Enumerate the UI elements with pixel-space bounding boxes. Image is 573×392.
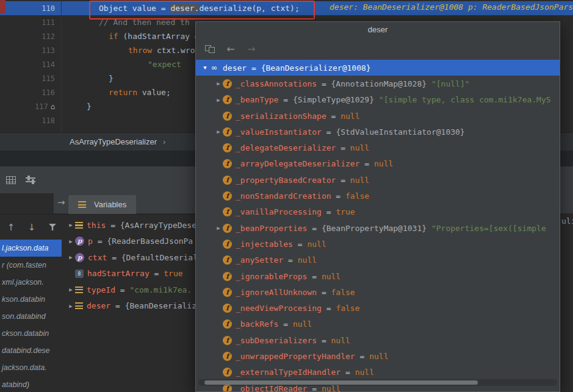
- field-icon: f: [223, 319, 232, 329]
- field-icon: f: [223, 207, 232, 216]
- value-token: null: [322, 272, 341, 281]
- gutter[interactable]: 116: [0, 88, 61, 97]
- gutter[interactable]: 117⌂: [0, 102, 61, 111]
- variable-p[interactable]: ▶pp = {ReaderBasedJsonPa: [62, 233, 195, 250]
- gutter[interactable]: 118: [0, 116, 61, 125]
- tree-item-_subDeserializers[interactable]: f_subDeserializers = null: [196, 332, 560, 348]
- value-token: null: [350, 143, 369, 152]
- tree-item-_needViewProcesing[interactable]: f_needViewProcesing = false: [196, 300, 560, 316]
- chevron-collapsed-icon[interactable]: ▶: [67, 303, 75, 309]
- variables-icon: [78, 201, 86, 208]
- value-token: =: [336, 143, 350, 152]
- variable-hadStartArray[interactable]: 8hadStartArray = true: [62, 266, 195, 282]
- chevron-collapsed-icon[interactable]: ▶: [214, 129, 223, 135]
- gutter[interactable]: 111: [0, 18, 61, 27]
- filter-icon[interactable]: [48, 223, 57, 232]
- tree-item-_unwrappedPropertyHandler[interactable]: f_unwrappedPropertyHandler = null: [196, 348, 560, 364]
- tree-item-_ignoreAllUnknown[interactable]: f_ignoreAllUnknown = false: [196, 284, 560, 300]
- sliders-icon[interactable]: [26, 176, 35, 184]
- code-text: }: [61, 74, 114, 83]
- stack-frame[interactable]: r (com.fasten: [0, 257, 62, 274]
- tree-item-_serializationShape[interactable]: f_serializationShape = null: [196, 108, 560, 124]
- stack-frame[interactable]: ckson.databin: [0, 325, 62, 342]
- tree-item-_backRefs[interactable]: f_backRefs = null: [196, 316, 560, 332]
- line-number[interactable]: 112: [41, 32, 55, 41]
- tab-variables[interactable]: Variables: [68, 195, 136, 214]
- frames-panel: l.jackson.datar (com.fastenxml.jackson.k…: [0, 214, 62, 392]
- tree-item-_nonStandardCreation[interactable]: f_nonStandardCreation = false: [196, 188, 560, 204]
- value-token: value;: [142, 88, 171, 97]
- tree-item-_beanType[interactable]: ▶f_beanType = {SimpleType@1029} "[simple…: [196, 92, 560, 108]
- variable-this[interactable]: ▶this = {AsArrayTypeDese: [62, 217, 195, 233]
- chevron-collapsed-icon[interactable]: ▶: [67, 222, 75, 228]
- frames-toolbar: [0, 215, 62, 240]
- gutter[interactable]: 114: [0, 60, 61, 69]
- chevron-collapsed-icon[interactable]: ▶: [67, 254, 75, 260]
- horizontal-scrollbar[interactable]: [198, 379, 557, 386]
- stack-frame[interactable]: databind.dese: [0, 342, 62, 359]
- tree-item-_vanillaProcessing[interactable]: f_vanillaProcessing = true: [196, 204, 560, 220]
- line-number[interactable]: 115: [41, 74, 55, 83]
- grid-icon[interactable]: [6, 176, 16, 184]
- breadcrumb-item[interactable]: AsArrayTypeDeserializer: [70, 137, 157, 146]
- field-icon: f: [223, 224, 232, 233]
- value-token: {SimpleType@1029}: [293, 95, 374, 104]
- line-number[interactable]: 118: [41, 116, 55, 125]
- chevron-collapsed-icon[interactable]: ▶: [214, 97, 223, 103]
- scrollbar-thumb[interactable]: [204, 380, 478, 385]
- tree-item-_classAnnotations[interactable]: ▶f_classAnnotations = {AnnotationMap@102…: [196, 76, 560, 91]
- line-number[interactable]: 116: [41, 88, 55, 97]
- tree-item-_propertyBasedCreator[interactable]: f_propertyBasedCreator = null: [196, 172, 560, 188]
- variable-name: _nonStandardCreation: [236, 191, 331, 201]
- frames-icon[interactable]: [205, 45, 215, 53]
- red-marker: [0, 0, 5, 13]
- line-number[interactable]: 111: [41, 18, 55, 27]
- tree-item-_ignorableProps[interactable]: f_ignorableProps = null: [196, 268, 560, 284]
- gutter[interactable]: 115: [0, 74, 61, 83]
- chevron-collapsed-icon[interactable]: ▶: [67, 287, 75, 293]
- tree-item-_injectables[interactable]: f_injectables = null: [196, 236, 560, 252]
- arrow-down-icon[interactable]: [27, 223, 37, 232]
- home-icon[interactable]: ⌂: [51, 102, 55, 111]
- tree-item-deser[interactable]: ▼∞deser = {BeanDeserializer@1008}: [196, 60, 560, 76]
- popup-title[interactable]: deser: [196, 22, 560, 38]
- line-number[interactable]: 114: [41, 60, 55, 69]
- tree-item-_externalTypeIdHandler[interactable]: f_externalTypeIdHandler = null: [196, 365, 560, 380]
- chevron-right-icon: ›: [163, 137, 165, 146]
- gutter[interactable]: 112: [0, 32, 61, 41]
- line-number[interactable]: 110: [41, 4, 55, 13]
- code-text: if (hadStartArray &: [61, 32, 200, 41]
- tree-item-_anySetter[interactable]: f_anySetter = null: [196, 252, 560, 268]
- variable-typeId[interactable]: ▶typeId = "com.mi1k7ea.: [62, 282, 195, 298]
- field-icon: f: [223, 95, 232, 104]
- value-token: =: [115, 285, 129, 294]
- tree-item-_valueInstantiator[interactable]: ▶f_valueInstantiator = {StdValueInstanti…: [196, 124, 560, 140]
- line-number[interactable]: 117: [35, 102, 48, 111]
- stack-frame[interactable]: kson.databin: [0, 291, 62, 308]
- chevron-collapsed-icon[interactable]: ▶: [214, 80, 223, 87]
- stack-frame[interactable]: xml.jackson.: [0, 274, 62, 291]
- stack-frame[interactable]: son.databind: [0, 308, 62, 325]
- tree-item-_beanProperties[interactable]: ▶f_beanProperties = {BeanPropertyMap@103…: [196, 220, 560, 236]
- value-token: =: [278, 319, 292, 329]
- arrow-up-icon[interactable]: [6, 223, 16, 232]
- field-icon: f: [223, 288, 232, 297]
- forward-icon[interactable]: [247, 44, 256, 54]
- gutter[interactable]: 113: [0, 46, 61, 55]
- tree-item-_delegateDeserializer[interactable]: f_delegateDeserializer = null: [196, 140, 560, 155]
- back-icon[interactable]: [226, 44, 236, 54]
- stack-frame[interactable]: atabind): [0, 376, 62, 392]
- variable-deser[interactable]: ▶deser = {BeanDeserialize: [62, 298, 195, 315]
- tree-item-_arrayDelegateDeserializer[interactable]: f_arrayDelegateDeserializer = null: [196, 156, 560, 172]
- value-token: ctxt.wron: [157, 46, 200, 55]
- stack-frame[interactable]: l.jackson.data: [0, 240, 62, 257]
- variable-ctxt[interactable]: ▶pctxt = {DefaultDeserializ: [62, 249, 195, 266]
- line-number[interactable]: 113: [41, 46, 55, 55]
- chevron-collapsed-icon[interactable]: ▶: [67, 238, 75, 244]
- value-token: null: [298, 255, 317, 265]
- stack-frame[interactable]: jackson.data.: [0, 359, 62, 376]
- chevron-expanded-icon[interactable]: ▼: [201, 65, 209, 71]
- chevron-collapsed-icon[interactable]: ▶: [214, 225, 223, 231]
- gutter[interactable]: 110: [0, 4, 61, 13]
- jump-to-source-icon[interactable]: [57, 197, 65, 208]
